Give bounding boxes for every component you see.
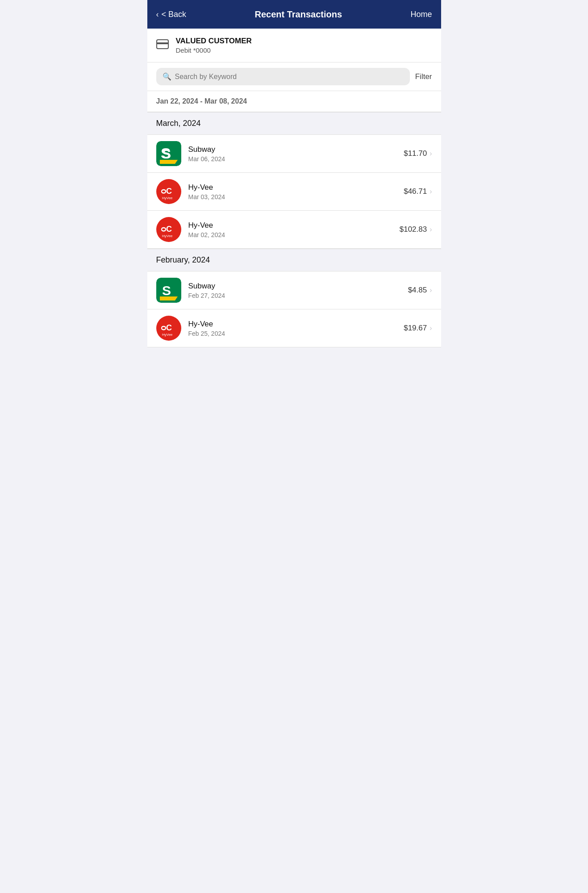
svg-marker-6	[160, 160, 178, 164]
date-range-text: Jan 22, 2024 - Mar 08, 2024	[156, 97, 247, 105]
amount-row: $4.85 ›	[408, 286, 432, 295]
amount-row: $46.71 ›	[404, 187, 432, 196]
transaction-row[interactable]: S Subway Feb 27, 2024 $4.85 ›	[147, 271, 441, 309]
month-header-march: March, 2024	[147, 112, 441, 135]
month-label-february: February, 2024	[156, 255, 210, 264]
merchant-logo-hyvee: ᴑC HyVee	[156, 179, 181, 204]
search-icon: 🔍	[163, 72, 171, 81]
chevron-right-icon: ›	[430, 150, 432, 158]
home-button[interactable]: Home	[410, 10, 432, 19]
transaction-amount: $102.83	[400, 225, 427, 234]
app-container: ‹ < Back Recent Transactions Home VALUED…	[147, 0, 441, 446]
transaction-row[interactable]: ᴑC HyVee Hy-Vee Mar 03, 2024 $46.71 ›	[147, 173, 441, 211]
transaction-date: Mar 02, 2024	[188, 231, 400, 238]
amount-row: $11.70 ›	[404, 149, 432, 158]
merchant-logo-hyvee: ᴑC HyVee	[156, 217, 181, 242]
merchant-logo-subway: S	[156, 278, 181, 303]
card-icon	[156, 39, 169, 52]
svg-text:HyVee: HyVee	[162, 333, 173, 337]
transaction-info: Subway Mar 06, 2024	[188, 145, 404, 163]
account-info: VALUED CUSTOMER Debit *0000	[176, 37, 252, 54]
date-range-section: Jan 22, 2024 - Mar 08, 2024	[147, 91, 441, 112]
transaction-amount: $4.85	[408, 286, 427, 295]
amount-row: $19.67 ›	[404, 324, 432, 333]
svg-marker-14	[160, 296, 178, 300]
svg-text:S: S	[162, 283, 171, 298]
merchant-name: Subway	[188, 145, 404, 154]
merchant-name: Hy-Vee	[188, 320, 404, 329]
chevron-right-icon: ›	[430, 225, 432, 234]
merchant-logo-hyvee: ᴑC HyVee	[156, 316, 181, 341]
month-label-march: March, 2024	[156, 119, 201, 128]
svg-rect-1	[157, 42, 168, 44]
transaction-date: Feb 25, 2024	[188, 330, 404, 337]
filter-button[interactable]: Filter	[415, 72, 432, 81]
svg-text:HyVee: HyVee	[162, 234, 173, 238]
search-bar: 🔍	[156, 68, 410, 85]
header: ‹ < Back Recent Transactions Home	[147, 0, 441, 29]
merchant-name: Hy-Vee	[188, 183, 404, 192]
chevron-right-icon: ›	[430, 324, 432, 332]
transaction-date: Mar 06, 2024	[188, 155, 404, 163]
chevron-right-icon: ›	[430, 188, 432, 196]
merchant-name: Subway	[188, 282, 408, 291]
amount-row: $102.83 ›	[400, 225, 432, 234]
account-type: Debit *0000	[176, 46, 252, 54]
transaction-row[interactable]: ᴑC HyVee Hy-Vee Feb 25, 2024 $19.67 ›	[147, 309, 441, 347]
svg-text:ᴑC: ᴑC	[161, 225, 172, 234]
transaction-info: Hy-Vee Mar 03, 2024	[188, 183, 404, 200]
svg-text:ᴑC: ᴑC	[161, 187, 172, 196]
svg-text:ᴑC: ᴑC	[161, 323, 172, 332]
transaction-date: Feb 27, 2024	[188, 292, 408, 299]
back-icon: ‹	[156, 10, 159, 19]
merchant-name: Hy-Vee	[188, 221, 400, 230]
transaction-info: Hy-Vee Feb 25, 2024	[188, 320, 404, 337]
svg-text:HyVee: HyVee	[162, 196, 173, 200]
merchant-logo-subway: S S	[156, 141, 181, 166]
transaction-date: Mar 03, 2024	[188, 193, 404, 200]
transaction-row[interactable]: S S Subway Mar 06, 2024 $11.70 ›	[147, 135, 441, 173]
transaction-info: Hy-Vee Mar 02, 2024	[188, 221, 400, 238]
transaction-amount: $11.70	[404, 149, 427, 158]
transaction-amount: $46.71	[404, 187, 427, 196]
account-section: VALUED CUSTOMER Debit *0000	[147, 29, 441, 63]
chevron-right-icon: ›	[430, 286, 432, 294]
transaction-info: Subway Feb 27, 2024	[188, 282, 408, 299]
back-label: < Back	[162, 10, 187, 19]
account-name: VALUED CUSTOMER	[176, 37, 252, 46]
transaction-amount: $19.67	[404, 324, 427, 333]
search-input[interactable]	[175, 73, 404, 81]
search-section: 🔍 Filter	[147, 63, 441, 91]
page-title: Recent Transactions	[186, 9, 410, 20]
svg-text:S: S	[162, 146, 171, 161]
transaction-row[interactable]: ᴑC HyVee Hy-Vee Mar 02, 2024 $102.83 ›	[147, 211, 441, 249]
back-button[interactable]: ‹ < Back	[156, 10, 187, 19]
month-header-february: February, 2024	[147, 249, 441, 271]
